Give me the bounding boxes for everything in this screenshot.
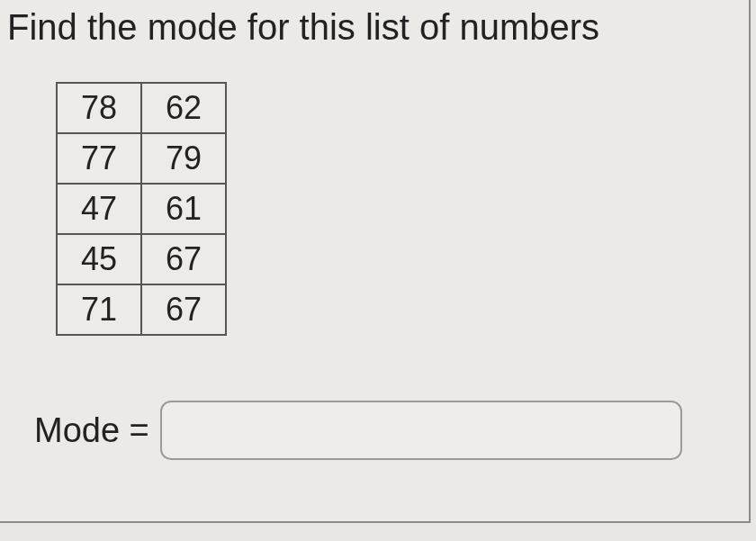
- table-cell: 67: [141, 284, 226, 335]
- mode-input[interactable]: [160, 401, 682, 460]
- table-cell: 77: [57, 133, 141, 184]
- table-cell: 79: [141, 133, 226, 184]
- answer-row: Mode =: [34, 401, 749, 460]
- table-row: 77 79: [57, 133, 226, 184]
- numbers-table: 78 62 77 79 47 61 45 67 71 67: [56, 82, 227, 336]
- table-cell: 78: [57, 83, 141, 133]
- table-cell: 62: [141, 83, 226, 133]
- answer-label: Mode =: [34, 411, 149, 450]
- table-row: 71 67: [57, 284, 226, 335]
- table-cell: 45: [57, 234, 141, 284]
- question-prompt: Find the mode for this list of numbers: [0, 0, 749, 48]
- table-cell: 61: [141, 184, 226, 234]
- table-row: 78 62: [57, 83, 226, 133]
- numbers-table-wrap: 78 62 77 79 47 61 45 67 71 67: [56, 82, 749, 336]
- table-cell: 67: [141, 234, 226, 284]
- table-row: 45 67: [57, 234, 226, 284]
- table-cell: 71: [57, 284, 141, 335]
- table-cell: 47: [57, 184, 141, 234]
- table-row: 47 61: [57, 184, 226, 234]
- question-card: Find the mode for this list of numbers 7…: [0, 0, 751, 523]
